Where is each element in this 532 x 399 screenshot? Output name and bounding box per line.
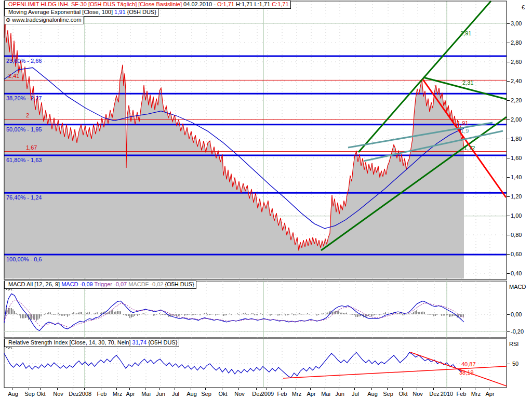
price-axis-label: 2,20 [511,97,522,103]
quote-open: O:1,71 [217,1,234,7]
fib-level-label: 50,00% - 1,95 [6,126,42,132]
price-axis-tick [507,216,510,216]
time-axis-tick [387,388,388,390]
price-axis-label: 0,80 [511,232,522,238]
time-axis-tick [57,388,58,390]
macd-value: MACD -0,09 [61,281,93,287]
time-axis-tick [371,388,372,390]
macd-axis-tick [507,331,510,332]
time-axis-tick [191,388,191,390]
trend-value-label: 2,31 [462,79,473,86]
month-label: Sep [197,391,215,397]
month-label: Apr [481,391,499,397]
time-axis-tick [129,388,130,390]
fib-level-label: 100,00% - 0,6 [6,256,42,262]
time-axis-tick [339,388,339,390]
price-chart-pane[interactable] [0,0,532,280]
macd-header: MACD All [12, 26, 9] MACD -0,09 Trigger … [4,281,196,289]
price-axis-tick [507,177,510,178]
price-axis-tick [507,43,510,43]
time-axis-tick [29,388,29,390]
time-axis-tick [446,388,446,390]
quote-low: L:1,71 [252,1,270,7]
quote-date: 04.02.2010 - [182,1,217,7]
price-axis-tick [507,62,510,62]
fib-level-label: 38,20% - 2,27 [6,95,42,101]
price-axis-label: 1,80 [511,136,522,142]
month-label: Nov [49,391,67,397]
macd-name: MACD All [12, 26, 9] [8,281,61,287]
instrument-header: OPENLIMIT HLDG INH. SF-30 [O5H DUS Tägli… [4,1,291,9]
price-axis-tick [507,119,510,120]
month-label: Apr [122,391,139,397]
macd-axis-tick [507,314,510,315]
quote-high: H:1,71 [234,1,252,7]
time-axis-tick [310,388,311,390]
price-axis-tick [507,81,510,82]
trend-value-label: 1,91 [457,120,468,126]
rsi-axis-title: RSI [509,341,518,347]
instrument-title: OPENLIMIT HLDG INH. SF-30 [O5H DUS Tägli… [8,1,182,7]
rsi-trend-label: 38,19 [459,369,474,376]
rsi-suffix: {O5H DUS} [147,339,177,345]
macd-axis-label: 0,00 [511,311,522,317]
month-label: Jul [167,391,184,397]
time-axis-tick [354,388,355,390]
time-axis-tick [460,388,461,390]
month-label: Jul [347,391,364,397]
price-axis-label: 1,00 [511,212,522,219]
price-axis-label: 1,60 [511,155,522,161]
price-level-label: 2,41 [8,73,19,79]
trigger-value: Trigger -0,07 [93,281,127,287]
month-label: Aug [364,391,381,397]
currency-label: € [522,4,525,10]
fib-level-label: 23,60% - 2,66 [6,58,42,64]
quote-close: C:1,71 [270,1,288,7]
watermark-text: www.tradesignalonline.com [12,17,81,23]
price-axis-label: 2,60 [511,59,522,65]
ema-name: Moving Average Exponential [Close, 100] [8,9,114,15]
time-axis-tick [325,388,325,390]
price-axis-label: 0,60 [511,251,522,257]
time-axis-tick [402,388,403,390]
month-label: Okt [32,391,50,397]
time-axis-tick [73,388,73,390]
rsi-trend-label: 40,87 [461,361,476,367]
price-axis-tick [507,158,510,158]
ema-header: Moving Average Exponential [Close, 100] … [4,8,158,17]
time-axis-tick [433,388,434,390]
price-axis-label: 2,00 [511,116,522,123]
price-axis-label: 1,40 [511,174,522,180]
macd-axis-title: MACD [509,284,526,290]
price-axis-tick [507,254,510,255]
price-axis-tick [507,139,510,139]
month-label: Jun [331,391,349,397]
time-axis-tick [281,388,282,390]
price-axis-tick [507,196,510,197]
time-axis-tick [175,388,175,390]
trading-chart-window: { "app": {"currency_symbol": "€"}, "head… [0,0,532,399]
time-axis-tick [84,388,85,390]
price-axis-tick [507,235,510,235]
ema-suffix: {O5H DUS} [126,9,156,15]
month-label: Nov [231,391,248,397]
month-label: Feb [93,391,111,397]
time-axis-tick [238,388,239,390]
trend-value-label: 2,91 [460,30,471,36]
trend-value-label: 1,9 [461,128,469,134]
time-axis-tick [475,388,475,390]
time-axis-tick [222,388,222,390]
macd-axis-label: -0,20 [511,328,524,335]
price-axis-label: 0,40 [511,270,522,276]
price-axis-label: 2,80 [511,39,522,46]
watermark: ⊕ www.tradesignalonline.com [4,16,84,24]
price-axis-tick [507,100,510,101]
time-axis-tick [489,388,489,390]
time-axis-tick [256,388,257,390]
rsi-axis-label: 50 [512,361,518,367]
time-axis-tick [205,388,206,390]
month-label: Aug [4,391,22,397]
month-label: Nov [409,391,427,397]
price-axis-label: 3,00 [511,20,522,26]
time-axis-tick [116,388,117,390]
